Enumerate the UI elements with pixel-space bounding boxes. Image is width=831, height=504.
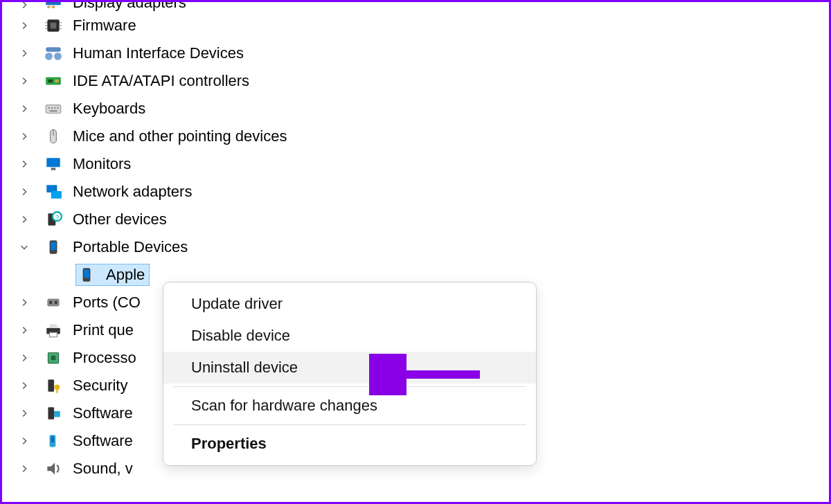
tree-item-hid[interactable]: Human Interface Devices xyxy=(2,39,829,67)
network-adapter-icon xyxy=(44,182,63,201)
hid-icon xyxy=(44,44,63,63)
svg-rect-25 xyxy=(46,158,60,167)
tree-item-network[interactable]: Network adapters xyxy=(2,178,829,206)
chevron-right-icon[interactable] xyxy=(17,379,31,393)
svg-rect-46 xyxy=(56,388,57,393)
tree-label: Monitors xyxy=(73,155,131,173)
context-menu: Update driver Disable device Uninstall d… xyxy=(163,282,537,466)
chevron-right-icon[interactable] xyxy=(17,46,31,60)
chevron-right-icon[interactable] xyxy=(17,462,31,476)
chevron-right-icon[interactable] xyxy=(17,434,31,448)
menu-uninstall-device[interactable]: Uninstall device xyxy=(163,352,536,384)
chevron-right-icon[interactable] xyxy=(17,296,31,309)
tree-item-portable-devices[interactable]: Portable Devices xyxy=(2,233,829,261)
svg-rect-17 xyxy=(46,105,61,114)
monitor-icon xyxy=(44,154,63,174)
tree-label: Network adapters xyxy=(73,183,192,201)
svg-rect-41 xyxy=(50,332,57,337)
svg-point-12 xyxy=(54,53,62,60)
sound-icon xyxy=(44,459,63,478)
chevron-right-icon[interactable] xyxy=(17,2,31,12)
tree-label: Portable Devices xyxy=(73,238,188,256)
security-device-icon xyxy=(44,376,63,395)
portable-device-icon xyxy=(44,237,63,257)
chevron-right-icon[interactable] xyxy=(17,185,31,199)
menu-properties[interactable]: Properties xyxy=(163,428,536,460)
menu-scan-hardware[interactable]: Scan for hardware changes xyxy=(163,390,536,422)
svg-rect-50 xyxy=(51,437,54,443)
ide-controller-icon xyxy=(44,71,63,91)
menu-separator xyxy=(173,424,526,425)
menu-update-driver[interactable]: Update driver xyxy=(163,288,536,320)
svg-rect-16 xyxy=(55,80,58,82)
keyboard-icon xyxy=(44,99,63,118)
svg-rect-33 xyxy=(51,242,56,250)
tree-label: Other devices xyxy=(73,210,167,228)
tree-child-label: Apple xyxy=(106,266,145,284)
svg-rect-21 xyxy=(57,107,58,109)
svg-rect-2 xyxy=(52,6,55,8)
menu-disable-device[interactable]: Disable device xyxy=(163,320,536,352)
svg-marker-51 xyxy=(47,462,55,474)
svg-rect-15 xyxy=(48,80,53,82)
tree-label: Display adapters xyxy=(73,2,186,12)
chevron-right-icon[interactable] xyxy=(17,19,31,33)
tree-item-firmware[interactable]: Firmware xyxy=(2,12,829,39)
svg-rect-26 xyxy=(51,168,56,170)
tree-label: Firmware xyxy=(73,17,136,35)
tree-item-other[interactable]: ? Other devices xyxy=(2,206,829,233)
chevron-right-icon[interactable] xyxy=(17,74,31,88)
svg-rect-22 xyxy=(50,110,57,111)
chevron-right-icon[interactable] xyxy=(17,157,31,171)
mouse-icon xyxy=(44,127,63,146)
chevron-right-icon[interactable] xyxy=(17,129,31,143)
svg-rect-38 xyxy=(55,301,57,304)
tree-label: Software xyxy=(73,404,133,422)
tree-label: Sound, v xyxy=(73,460,133,478)
processor-icon xyxy=(44,348,63,368)
display-adapter-icon xyxy=(44,2,63,12)
tree-item-ide[interactable]: IDE ATA/ATAPI controllers xyxy=(2,67,829,95)
svg-rect-37 xyxy=(50,301,52,304)
chevron-right-icon[interactable] xyxy=(17,351,31,365)
chevron-right-icon[interactable] xyxy=(17,213,31,226)
tree-item-keyboards[interactable]: Keyboards xyxy=(2,95,829,123)
tree-label: Software xyxy=(73,432,133,450)
tree-item-mice[interactable]: Mice and other pointing devices xyxy=(2,123,829,150)
svg-rect-20 xyxy=(54,107,55,109)
portable-device-icon xyxy=(77,265,96,285)
svg-rect-48 xyxy=(54,411,60,417)
svg-point-11 xyxy=(45,53,53,60)
tree-label: Mice and other pointing devices xyxy=(73,127,287,145)
software-component-icon xyxy=(44,404,63,423)
svg-rect-19 xyxy=(51,107,53,109)
svg-rect-28 xyxy=(51,191,62,199)
tree-label: Human Interface Devices xyxy=(73,44,244,62)
tree-label: Keyboards xyxy=(73,100,145,118)
chevron-right-icon[interactable] xyxy=(17,406,31,420)
svg-text:?: ? xyxy=(55,213,60,221)
chevron-down-icon[interactable] xyxy=(17,240,31,254)
tree-item-monitors[interactable]: Monitors xyxy=(2,150,829,178)
tree-label: Security xyxy=(73,377,127,395)
tree-item-display-adapters[interactable]: Display adapters xyxy=(2,2,829,12)
menu-separator xyxy=(173,386,526,387)
tree-label: Print que xyxy=(73,321,134,339)
tree-label: Processo xyxy=(73,349,136,367)
printer-icon xyxy=(44,321,63,340)
svg-rect-13 xyxy=(46,47,61,52)
svg-rect-40 xyxy=(50,324,57,327)
svg-rect-44 xyxy=(48,379,54,391)
svg-rect-36 xyxy=(47,299,59,307)
svg-rect-4 xyxy=(51,23,57,29)
chevron-right-icon[interactable] xyxy=(17,323,31,337)
tree-label: Ports (CO xyxy=(73,294,141,312)
chevron-right-icon[interactable] xyxy=(17,102,31,116)
svg-rect-1 xyxy=(47,6,50,8)
ports-icon xyxy=(44,293,63,312)
other-device-icon: ? xyxy=(44,210,63,229)
tree-label: IDE ATA/ATAPI controllers xyxy=(73,72,249,90)
svg-rect-47 xyxy=(48,407,54,419)
software-device-icon xyxy=(44,431,63,451)
svg-rect-43 xyxy=(51,356,56,361)
